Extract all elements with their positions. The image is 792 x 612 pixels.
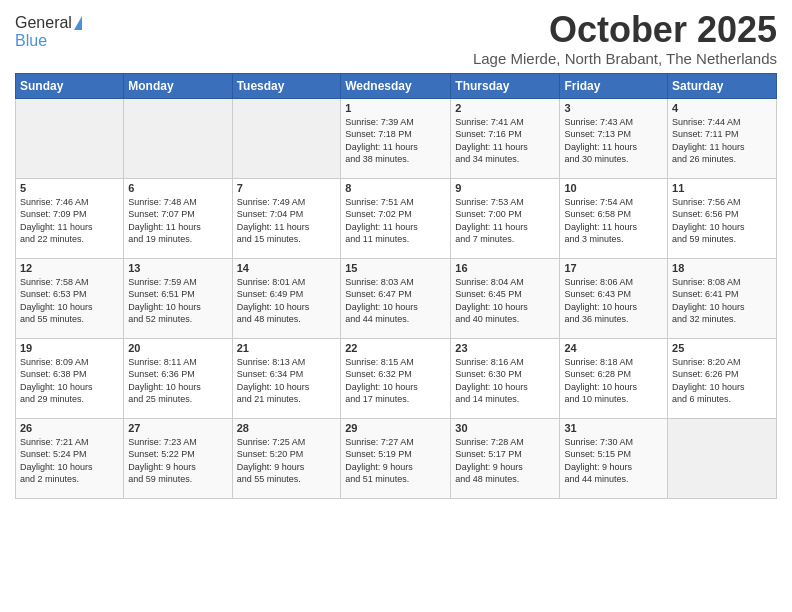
day-info: Sunrise: 8:04 AM Sunset: 6:45 PM Dayligh… xyxy=(455,276,555,326)
day-number: 14 xyxy=(237,262,337,274)
table-row: 17Sunrise: 8:06 AM Sunset: 6:43 PM Dayli… xyxy=(560,258,668,338)
day-number: 29 xyxy=(345,422,446,434)
day-info: Sunrise: 7:44 AM Sunset: 7:11 PM Dayligh… xyxy=(672,116,772,166)
table-row: 3Sunrise: 7:43 AM Sunset: 7:13 PM Daylig… xyxy=(560,98,668,178)
table-row xyxy=(232,98,341,178)
table-row: 21Sunrise: 8:13 AM Sunset: 6:34 PM Dayli… xyxy=(232,338,341,418)
table-row: 4Sunrise: 7:44 AM Sunset: 7:11 PM Daylig… xyxy=(668,98,777,178)
day-info: Sunrise: 7:46 AM Sunset: 7:09 PM Dayligh… xyxy=(20,196,119,246)
day-number: 10 xyxy=(564,182,663,194)
logo-blue-text: Blue xyxy=(15,32,47,50)
header: General Blue October 2025 Lage Mierde, N… xyxy=(15,10,777,67)
table-row: 30Sunrise: 7:28 AM Sunset: 5:17 PM Dayli… xyxy=(451,418,560,498)
table-row: 23Sunrise: 8:16 AM Sunset: 6:30 PM Dayli… xyxy=(451,338,560,418)
table-row: 20Sunrise: 8:11 AM Sunset: 6:36 PM Dayli… xyxy=(124,338,232,418)
day-number: 7 xyxy=(237,182,337,194)
day-number: 23 xyxy=(455,342,555,354)
day-info: Sunrise: 7:41 AM Sunset: 7:16 PM Dayligh… xyxy=(455,116,555,166)
day-info: Sunrise: 7:58 AM Sunset: 6:53 PM Dayligh… xyxy=(20,276,119,326)
day-info: Sunrise: 7:59 AM Sunset: 6:51 PM Dayligh… xyxy=(128,276,227,326)
table-row: 15Sunrise: 8:03 AM Sunset: 6:47 PM Dayli… xyxy=(341,258,451,338)
col-saturday: Saturday xyxy=(668,73,777,98)
table-row: 11Sunrise: 7:56 AM Sunset: 6:56 PM Dayli… xyxy=(668,178,777,258)
day-number: 5 xyxy=(20,182,119,194)
table-row: 10Sunrise: 7:54 AM Sunset: 6:58 PM Dayli… xyxy=(560,178,668,258)
table-row: 13Sunrise: 7:59 AM Sunset: 6:51 PM Dayli… xyxy=(124,258,232,338)
logo-icon xyxy=(74,16,82,30)
col-sunday: Sunday xyxy=(16,73,124,98)
day-number: 25 xyxy=(672,342,772,354)
day-info: Sunrise: 8:06 AM Sunset: 6:43 PM Dayligh… xyxy=(564,276,663,326)
table-row: 7Sunrise: 7:49 AM Sunset: 7:04 PM Daylig… xyxy=(232,178,341,258)
table-row: 19Sunrise: 8:09 AM Sunset: 6:38 PM Dayli… xyxy=(16,338,124,418)
calendar: Sunday Monday Tuesday Wednesday Thursday… xyxy=(15,73,777,499)
table-row: 1Sunrise: 7:39 AM Sunset: 7:18 PM Daylig… xyxy=(341,98,451,178)
day-number: 3 xyxy=(564,102,663,114)
page: General Blue October 2025 Lage Mierde, N… xyxy=(0,0,792,612)
day-info: Sunrise: 8:20 AM Sunset: 6:26 PM Dayligh… xyxy=(672,356,772,406)
table-row: 12Sunrise: 7:58 AM Sunset: 6:53 PM Dayli… xyxy=(16,258,124,338)
day-number: 2 xyxy=(455,102,555,114)
day-info: Sunrise: 7:51 AM Sunset: 7:02 PM Dayligh… xyxy=(345,196,446,246)
day-info: Sunrise: 8:08 AM Sunset: 6:41 PM Dayligh… xyxy=(672,276,772,326)
day-info: Sunrise: 7:39 AM Sunset: 7:18 PM Dayligh… xyxy=(345,116,446,166)
day-info: Sunrise: 7:23 AM Sunset: 5:22 PM Dayligh… xyxy=(128,436,227,486)
day-info: Sunrise: 8:13 AM Sunset: 6:34 PM Dayligh… xyxy=(237,356,337,406)
location: Lage Mierde, North Brabant, The Netherla… xyxy=(473,50,777,67)
day-number: 30 xyxy=(455,422,555,434)
day-info: Sunrise: 7:48 AM Sunset: 7:07 PM Dayligh… xyxy=(128,196,227,246)
day-info: Sunrise: 7:43 AM Sunset: 7:13 PM Dayligh… xyxy=(564,116,663,166)
day-number: 9 xyxy=(455,182,555,194)
table-row: 27Sunrise: 7:23 AM Sunset: 5:22 PM Dayli… xyxy=(124,418,232,498)
col-wednesday: Wednesday xyxy=(341,73,451,98)
day-info: Sunrise: 8:03 AM Sunset: 6:47 PM Dayligh… xyxy=(345,276,446,326)
day-number: 28 xyxy=(237,422,337,434)
calendar-week-row: 12Sunrise: 7:58 AM Sunset: 6:53 PM Dayli… xyxy=(16,258,777,338)
table-row: 9Sunrise: 7:53 AM Sunset: 7:00 PM Daylig… xyxy=(451,178,560,258)
day-number: 21 xyxy=(237,342,337,354)
table-row: 24Sunrise: 8:18 AM Sunset: 6:28 PM Dayli… xyxy=(560,338,668,418)
table-row xyxy=(16,98,124,178)
table-row: 25Sunrise: 8:20 AM Sunset: 6:26 PM Dayli… xyxy=(668,338,777,418)
day-number: 27 xyxy=(128,422,227,434)
day-info: Sunrise: 7:28 AM Sunset: 5:17 PM Dayligh… xyxy=(455,436,555,486)
day-info: Sunrise: 8:18 AM Sunset: 6:28 PM Dayligh… xyxy=(564,356,663,406)
table-row: 18Sunrise: 8:08 AM Sunset: 6:41 PM Dayli… xyxy=(668,258,777,338)
day-info: Sunrise: 8:01 AM Sunset: 6:49 PM Dayligh… xyxy=(237,276,337,326)
calendar-header-row: Sunday Monday Tuesday Wednesday Thursday… xyxy=(16,73,777,98)
day-number: 1 xyxy=(345,102,446,114)
day-info: Sunrise: 7:54 AM Sunset: 6:58 PM Dayligh… xyxy=(564,196,663,246)
day-number: 16 xyxy=(455,262,555,274)
calendar-week-row: 19Sunrise: 8:09 AM Sunset: 6:38 PM Dayli… xyxy=(16,338,777,418)
logo-general-text: General xyxy=(15,14,72,32)
table-row: 28Sunrise: 7:25 AM Sunset: 5:20 PM Dayli… xyxy=(232,418,341,498)
table-row: 29Sunrise: 7:27 AM Sunset: 5:19 PM Dayli… xyxy=(341,418,451,498)
day-info: Sunrise: 7:53 AM Sunset: 7:00 PM Dayligh… xyxy=(455,196,555,246)
table-row: 26Sunrise: 7:21 AM Sunset: 5:24 PM Dayli… xyxy=(16,418,124,498)
day-number: 24 xyxy=(564,342,663,354)
day-number: 18 xyxy=(672,262,772,274)
day-info: Sunrise: 7:21 AM Sunset: 5:24 PM Dayligh… xyxy=(20,436,119,486)
day-info: Sunrise: 8:15 AM Sunset: 6:32 PM Dayligh… xyxy=(345,356,446,406)
table-row: 6Sunrise: 7:48 AM Sunset: 7:07 PM Daylig… xyxy=(124,178,232,258)
month-title: October 2025 xyxy=(473,10,777,50)
table-row xyxy=(124,98,232,178)
col-tuesday: Tuesday xyxy=(232,73,341,98)
day-number: 19 xyxy=(20,342,119,354)
title-section: October 2025 Lage Mierde, North Brabant,… xyxy=(473,10,777,67)
day-number: 11 xyxy=(672,182,772,194)
calendar-week-row: 5Sunrise: 7:46 AM Sunset: 7:09 PM Daylig… xyxy=(16,178,777,258)
col-thursday: Thursday xyxy=(451,73,560,98)
table-row xyxy=(668,418,777,498)
day-info: Sunrise: 7:56 AM Sunset: 6:56 PM Dayligh… xyxy=(672,196,772,246)
day-number: 12 xyxy=(20,262,119,274)
day-number: 31 xyxy=(564,422,663,434)
table-row: 2Sunrise: 7:41 AM Sunset: 7:16 PM Daylig… xyxy=(451,98,560,178)
day-number: 4 xyxy=(672,102,772,114)
day-info: Sunrise: 7:49 AM Sunset: 7:04 PM Dayligh… xyxy=(237,196,337,246)
table-row: 5Sunrise: 7:46 AM Sunset: 7:09 PM Daylig… xyxy=(16,178,124,258)
table-row: 16Sunrise: 8:04 AM Sunset: 6:45 PM Dayli… xyxy=(451,258,560,338)
day-info: Sunrise: 8:16 AM Sunset: 6:30 PM Dayligh… xyxy=(455,356,555,406)
col-monday: Monday xyxy=(124,73,232,98)
col-friday: Friday xyxy=(560,73,668,98)
